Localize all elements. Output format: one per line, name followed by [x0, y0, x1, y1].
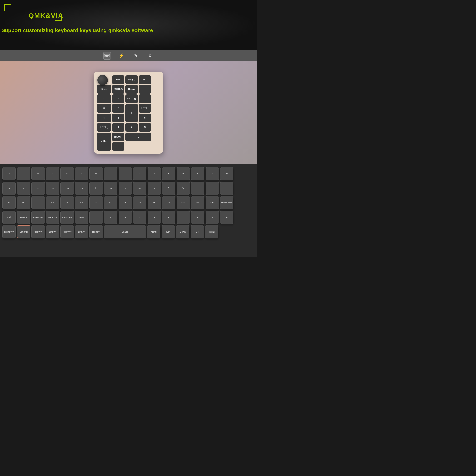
key-down[interactable]: Down	[176, 225, 189, 238]
key-at-2[interactable]: @2	[60, 182, 74, 195]
key-right-ctrl[interactable]: RightCtrl	[32, 225, 45, 238]
nk-rgui[interactable]: RGUI()	[112, 133, 124, 141]
nk-0[interactable]: 0	[125, 133, 151, 141]
nk-rctl-2[interactable]: RCTL()	[125, 95, 138, 103]
key-rparen-0[interactable]: )0	[177, 182, 190, 195]
key-page-down[interactable]: PageDown	[32, 211, 45, 224]
key-g[interactable]: G	[89, 167, 103, 180]
key-y[interactable]: Y	[17, 182, 30, 195]
key-num-lock[interactable]: NumLock	[46, 211, 59, 224]
nk-4[interactable]: 4	[97, 114, 111, 122]
nk-mo1[interactable]: MO(1)	[125, 75, 138, 84]
key-space[interactable]: Space	[104, 225, 146, 238]
toolbar-keyboard-icon[interactable]: ⌨	[103, 52, 111, 60]
key-k[interactable]: K	[148, 167, 161, 180]
nk-divide[interactable]: ÷	[139, 85, 151, 94]
key-f10[interactable]: F10	[177, 196, 190, 209]
key-num-9[interactable]: 9	[206, 211, 219, 224]
nk-9[interactable]: 9	[112, 104, 124, 113]
nk-rctl-3[interactable]: RCTL()	[139, 104, 151, 113]
key-left-alt[interactable]: Left Alt	[75, 225, 88, 238]
key-num-0[interactable]: 0	[220, 211, 234, 224]
key-caret-6[interactable]: ^6	[119, 182, 132, 195]
key-f2[interactable]: F2	[60, 196, 74, 209]
key-pct-5[interactable]: %5	[104, 182, 117, 195]
key-page-up[interactable]: PageUp	[17, 211, 30, 224]
key-f12[interactable]: F12	[206, 196, 219, 209]
key-f7[interactable]: F7	[133, 196, 146, 209]
key-a[interactable]: A	[2, 167, 16, 180]
key-enter[interactable]: Enter	[75, 211, 88, 224]
key-left-ctrl[interactable]: Left Ctrl	[17, 225, 30, 238]
key-dollar-4[interactable]: $4	[89, 182, 103, 195]
toolbar-lightning-icon[interactable]: ⚡	[118, 52, 125, 60]
nk-minus[interactable]: −	[112, 95, 124, 103]
key-f[interactable]: F	[75, 167, 88, 180]
nk-6[interactable]: 6	[139, 114, 151, 122]
key-l[interactable]: L	[162, 167, 175, 180]
key-right-alt[interactable]: RightAlt	[89, 225, 103, 238]
key-amp-7[interactable]: &7	[133, 182, 146, 195]
nk-esc[interactable]: Esc	[112, 75, 124, 84]
nk-rctl-1[interactable]: RCTL()	[112, 85, 124, 94]
key-i[interactable]: I	[119, 167, 132, 180]
key-right[interactable]: Right	[205, 225, 219, 238]
key-left-win[interactable]: LeftWin	[46, 225, 59, 238]
key-right-shift[interactable]: RightShift	[2, 225, 16, 238]
key-f9[interactable]: F9	[162, 196, 175, 209]
key-e[interactable]: E	[60, 167, 74, 180]
nk-nent[interactable]: N.Ent	[97, 133, 111, 151]
nk-tab[interactable]: Tab	[139, 75, 151, 84]
key-c[interactable]: C	[32, 167, 45, 180]
key-num-1[interactable]: 1	[89, 211, 103, 224]
nk-plus[interactable]: +	[125, 104, 138, 122]
numpad-knob[interactable]	[97, 75, 108, 85]
toolbar-settings-icon[interactable]: ⚙	[146, 52, 154, 60]
key-num-3[interactable]: 3	[119, 211, 132, 224]
key-right-win[interactable]: RightWin	[60, 225, 74, 238]
nk-2[interactable]: 2	[125, 123, 138, 132]
key-h[interactable]: H	[104, 167, 117, 180]
key-z[interactable]: Z	[32, 182, 45, 195]
key-d[interactable]: D	[46, 167, 59, 180]
key-m[interactable]: M	[177, 167, 190, 180]
key-excl-1[interactable]: !1	[46, 182, 59, 195]
key-lparen-9[interactable]: (9	[162, 182, 175, 195]
key-comma[interactable]: ,	[32, 196, 45, 209]
key-caps-lock[interactable]: CapsLock	[60, 211, 74, 224]
key-f8[interactable]: F8	[148, 196, 161, 209]
key-plus-eq[interactable]: +=	[206, 182, 219, 195]
key-b[interactable]: B	[17, 167, 30, 180]
key-x[interactable]: X	[2, 182, 16, 195]
key-num-8[interactable]: 8	[191, 211, 204, 224]
nk-multiply[interactable]: ×	[97, 95, 111, 103]
key-num-6[interactable]: 6	[162, 211, 175, 224]
key-f5[interactable]: F5	[104, 196, 117, 209]
key-f11[interactable]: F11	[191, 196, 204, 209]
key-slash[interactable]: ?/	[2, 196, 16, 209]
key-num-2[interactable]: 2	[104, 211, 117, 224]
key-f6[interactable]: F6	[119, 196, 132, 209]
nk-3[interactable]: 3	[139, 123, 151, 132]
key-menu[interactable]: Menu	[147, 225, 160, 238]
key-f1[interactable]: F1	[46, 196, 59, 209]
toolbar-mouse-icon[interactable]: 🖱	[132, 52, 139, 60]
key-left[interactable]: Left	[162, 225, 175, 238]
key-num-5[interactable]: 5	[148, 211, 161, 224]
key-underscore[interactable]: −=	[191, 182, 204, 195]
nk-5[interactable]: 5	[112, 114, 124, 122]
nk-dot[interactable]: .	[112, 142, 124, 151]
key-p[interactable]: P	[220, 167, 234, 180]
key-o[interactable]: O	[206, 167, 219, 180]
key-num-4[interactable]: 4	[133, 211, 146, 224]
key-n[interactable]: N	[191, 167, 204, 180]
key-up[interactable]: Up	[191, 225, 204, 238]
key-tilde[interactable]: ~`	[220, 182, 234, 195]
key-f4[interactable]: F4	[89, 196, 103, 209]
nk-bksp[interactable]: Bksp	[97, 85, 111, 94]
nk-8[interactable]: 8	[97, 104, 111, 113]
key-j[interactable]: J	[133, 167, 146, 180]
key-f3[interactable]: F3	[75, 196, 88, 209]
nk-rctl-4[interactable]: RCTL()	[97, 123, 111, 132]
key-hash-3[interactable]: #3	[75, 182, 88, 195]
